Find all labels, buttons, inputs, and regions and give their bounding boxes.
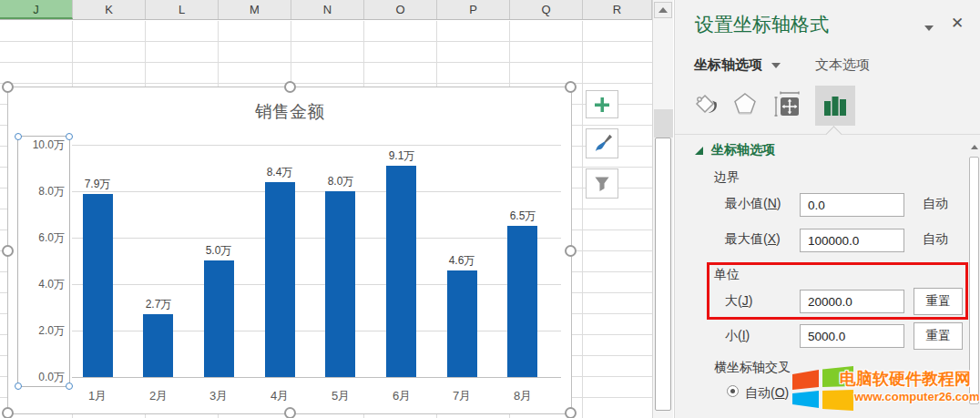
brush-icon — [592, 134, 612, 154]
pane-title: 设置坐标轴格式 — [695, 12, 829, 37]
pane-tabs: 坐标轴选项 文本选项 — [694, 56, 870, 74]
paint-bucket-icon — [691, 90, 719, 117]
bar-data-label[interactable]: 2.7万 — [129, 297, 188, 312]
chart-styles-button[interactable] — [586, 128, 618, 158]
bar-data-label[interactable]: 8.4万 — [250, 165, 309, 180]
axis-options-section-header[interactable]: 坐标轴选项 — [695, 142, 775, 158]
major-unit-reset-button[interactable]: 重置 — [914, 288, 963, 315]
tab-text-options[interactable]: 文本选项 — [815, 56, 870, 74]
axis-selection-handle[interactable] — [15, 133, 22, 140]
chart-gridline — [72, 238, 561, 239]
major-unit-input[interactable] — [800, 290, 904, 313]
scrollbar-track[interactable] — [654, 109, 673, 138]
x-axis-tick-label[interactable]: 3月 — [189, 388, 248, 404]
chart-resize-handle[interactable] — [565, 407, 577, 418]
pane-scroll-up-button[interactable] — [968, 139, 980, 154]
chart-bar[interactable] — [265, 182, 295, 377]
scrollbar-thumb[interactable] — [655, 138, 671, 411]
chart-resize-handle[interactable] — [565, 81, 577, 93]
chart-bar[interactable] — [507, 226, 537, 377]
pane-title-dropdown-icon[interactable] — [924, 25, 934, 31]
scroll-up-icon — [971, 145, 978, 149]
axis-selection-handle[interactable] — [66, 382, 73, 390]
minor-unit-input[interactable] — [800, 324, 904, 348]
chart-plot-area: 0.0万2.0万4.0万6.0万8.0万10.0万7.9万1月2.7万2月5.0… — [8, 87, 571, 413]
pane-close-button[interactable]: ✕ — [951, 15, 964, 31]
watermark-site-name: 电脑软硬件教程网 — [840, 368, 971, 390]
x-axis-tick-label[interactable]: 4月 — [250, 388, 309, 404]
min-value-label: 最小值(N) — [725, 196, 781, 212]
chart-resize-handle[interactable] — [2, 407, 14, 418]
bar-data-label[interactable]: 9.1万 — [373, 148, 431, 164]
bar-data-label[interactable]: 8.0万 — [311, 174, 370, 189]
chart-gridline — [72, 284, 561, 285]
column-header-J[interactable]: J — [0, 0, 73, 19]
column-header-O[interactable]: O — [364, 0, 437, 19]
chart-bar[interactable] — [447, 270, 477, 377]
bounds-label: 边界 — [714, 169, 740, 186]
x-axis-tick-label[interactable]: 6月 — [373, 388, 431, 404]
chart-resize-handle[interactable] — [2, 245, 14, 257]
chart-bar[interactable] — [83, 194, 113, 377]
chart-bar[interactable] — [325, 191, 355, 377]
bar-data-label[interactable]: 5.0万 — [189, 243, 248, 259]
chart-bar[interactable] — [204, 260, 234, 377]
max-auto-button[interactable]: 自动 — [923, 231, 948, 248]
x-axis-tick-label[interactable]: 1月 — [68, 388, 127, 404]
min-value-input[interactable] — [800, 193, 904, 217]
size-properties-icon — [772, 89, 801, 118]
chart-resize-handle[interactable] — [2, 81, 14, 93]
axis-options-tab-selected[interactable] — [815, 86, 855, 126]
plus-icon — [593, 96, 611, 114]
auto-radio-button[interactable] — [727, 385, 739, 397]
chart-gridline — [72, 145, 561, 146]
x-axis-tick-label[interactable]: 8月 — [494, 388, 552, 404]
pentagon-effects-icon — [731, 90, 759, 117]
axis-selection-handle[interactable] — [66, 133, 73, 140]
y-axis-selection-box[interactable] — [17, 136, 70, 387]
column-header-L[interactable]: L — [146, 0, 219, 19]
auto-radio-label[interactable]: 自动(O) — [745, 385, 789, 402]
column-header-P[interactable]: P — [437, 0, 510, 19]
x-axis-tick-label[interactable]: 5月 — [311, 388, 370, 404]
axis-selection-handle[interactable] — [15, 382, 22, 390]
chart-resize-handle[interactable] — [284, 407, 296, 418]
chart-gridline — [72, 191, 561, 192]
chart-resize-handle[interactable] — [565, 245, 577, 257]
size-properties-tab[interactable] — [771, 87, 802, 120]
funnel-icon — [592, 174, 612, 194]
major-unit-label: 大(J) — [725, 293, 752, 310]
bar-data-label[interactable]: 7.9万 — [68, 177, 127, 192]
column-header-R[interactable]: R — [583, 0, 652, 19]
section-title: 坐标轴选项 — [711, 142, 775, 158]
format-axis-pane: 设置坐标轴格式 ✕ 坐标轴选项 文本选项 — [674, 0, 980, 418]
chart-bar[interactable] — [143, 314, 173, 377]
fill-line-tab[interactable] — [689, 87, 720, 120]
column-header-M[interactable]: M — [219, 0, 291, 19]
chart-elements-button[interactable] — [586, 90, 618, 118]
bar-chart-icon — [822, 92, 849, 119]
bar-data-label[interactable]: 6.5万 — [494, 209, 552, 224]
tab-dropdown-icon[interactable] — [771, 63, 781, 68]
minor-unit-reset-button[interactable]: 重置 — [914, 322, 963, 350]
chart-bar[interactable] — [386, 166, 416, 377]
scroll-up-button[interactable] — [654, 2, 672, 18]
chart-resize-handle[interactable] — [284, 81, 296, 93]
max-value-input[interactable] — [800, 229, 904, 252]
selected-tab-notch — [825, 126, 842, 142]
bar-data-label[interactable]: 4.6万 — [433, 253, 491, 269]
x-axis-tick-label[interactable]: 2月 — [129, 388, 188, 404]
column-header-K[interactable]: K — [73, 0, 146, 19]
min-auto-button[interactable]: 自动 — [923, 196, 948, 212]
max-value-label: 最大值(X) — [725, 231, 781, 248]
chart-filters-button[interactable] — [586, 168, 618, 199]
x-axis-tick-label[interactable]: 7月 — [433, 388, 491, 404]
chart-object[interactable]: 销售金额 0.0万2.0万4.0万6.0万8.0万10.0万7.9万1月2.7万… — [7, 87, 572, 414]
tab-axis-options[interactable]: 坐标轴选项 — [694, 56, 762, 74]
effects-tab[interactable] — [730, 87, 761, 120]
column-header-N[interactable]: N — [291, 0, 364, 19]
column-headers: JKLMNOPQR — [0, 0, 652, 20]
minor-unit-label: 小(I) — [725, 328, 750, 344]
column-header-Q[interactable]: Q — [510, 0, 583, 19]
sheet-vertical-scrollbar[interactable] — [652, 0, 673, 418]
